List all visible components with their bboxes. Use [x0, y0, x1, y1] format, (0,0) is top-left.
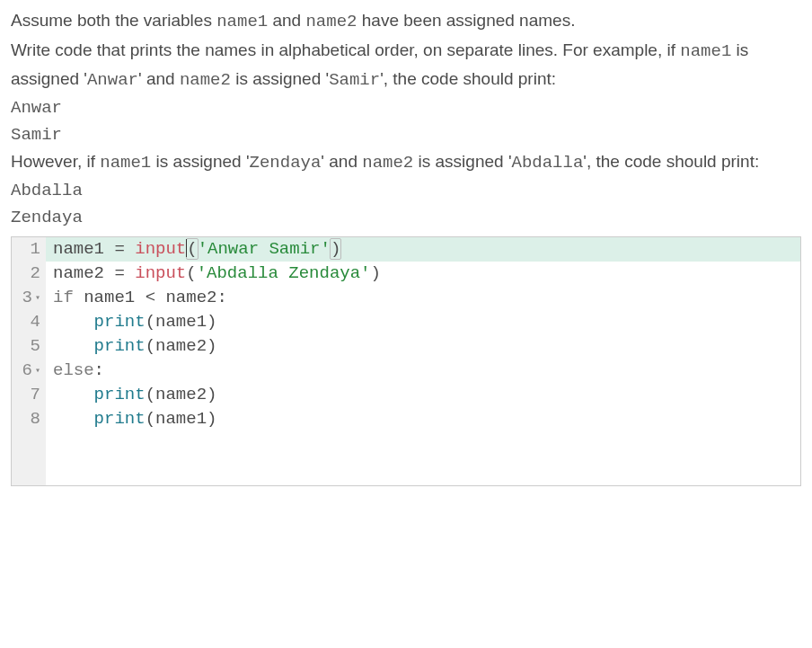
code-samir: Samir	[329, 70, 380, 90]
tok-paren-close: )	[207, 312, 216, 332]
code-line-2[interactable]: name2 = input('Abdalla Zendaya')	[46, 262, 800, 286]
tok-function-print: print	[94, 385, 146, 404]
tok-rest: name1 < name2:	[74, 288, 227, 307]
line-number: 1	[12, 237, 46, 262]
line-number-blank	[12, 456, 46, 480]
example-output-2-line2: Zendaya	[11, 205, 801, 231]
example-output-1-line1: Anwar	[11, 95, 801, 121]
code-line-5[interactable]: print(name2)	[46, 334, 800, 359]
tok-operator: =	[104, 263, 135, 283]
text: is assigned '	[231, 69, 329, 88]
tok-paren-open: (	[186, 263, 196, 283]
tok-keyword-if: if	[53, 288, 74, 307]
editor-gutter: 1 2 3▾ 4 5 6▾ 7 8	[12, 237, 46, 485]
text: and	[268, 11, 305, 30]
tok-function-print: print	[94, 336, 146, 356]
line-number[interactable]: 6▾	[12, 359, 46, 383]
code-editor[interactable]: 1 2 3▾ 4 5 6▾ 7 8 name1 = input('Anwar S…	[11, 236, 801, 486]
code-abdalla: Abdalla	[512, 153, 584, 173]
tok-indent	[53, 312, 94, 332]
tok-function-input: input	[135, 263, 186, 283]
tok-function-input: input	[135, 239, 186, 259]
text: However, if	[11, 152, 100, 171]
code-line-6[interactable]: else:	[46, 359, 800, 383]
tok-arg: name1	[155, 312, 207, 332]
tok-paren-open: (	[146, 312, 155, 332]
example-output-1-line2: Samir	[11, 122, 801, 148]
code-anwar: Anwar	[87, 70, 138, 90]
code-name2: name2	[180, 70, 231, 90]
line-number[interactable]: 3▾	[12, 286, 46, 310]
tok-function-print: print	[94, 409, 146, 429]
tok-function-print: print	[94, 312, 146, 332]
tok-indent	[53, 336, 94, 356]
line-number-text: 7	[31, 383, 40, 407]
tok-paren-close: )	[330, 238, 341, 260]
text: Assume both the variables	[11, 11, 216, 30]
code-line-1[interactable]: name1 = input('Anwar Samir')	[46, 237, 800, 262]
problem-para-2: Write code that prints the names in alph…	[11, 37, 801, 93]
line-number-text: 3	[22, 286, 32, 310]
code-name1: name1	[680, 41, 731, 61]
tok-indent	[53, 409, 94, 429]
tok-paren-close: )	[207, 409, 216, 429]
tok-operator: =	[104, 239, 135, 259]
text-cursor	[186, 239, 187, 257]
tok-arg: name2	[155, 336, 207, 356]
tok-colon: :	[94, 360, 104, 380]
tok-paren-close: )	[371, 263, 381, 283]
text: is assigned '	[151, 152, 249, 171]
code-name2: name2	[305, 12, 357, 31]
code-name2: name2	[362, 153, 413, 173]
text: Write code that prints the names in alph…	[11, 40, 680, 59]
line-number: 7	[12, 383, 46, 407]
line-number: 8	[12, 407, 46, 431]
line-number-text: 6	[22, 359, 32, 383]
tok-paren-open: (	[146, 385, 155, 404]
example-output-2-line1: Abdalla	[11, 178, 801, 204]
line-number-text: 5	[31, 334, 40, 359]
tok-string: 'Anwar Samir'	[198, 239, 331, 259]
fold-arrow-icon[interactable]: ▾	[35, 286, 40, 310]
tok-keyword-else: else	[53, 360, 94, 380]
fold-arrow-icon[interactable]: ▾	[35, 359, 40, 383]
line-number: 5	[12, 334, 46, 359]
line-number-text: 8	[31, 407, 40, 431]
tok-paren-close: )	[207, 336, 216, 356]
line-number-text: 1	[31, 237, 40, 262]
code-name1: name1	[100, 153, 151, 173]
code-name1: name1	[216, 12, 268, 31]
problem-para-3: However, if name1 is assigned 'Zendaya' …	[11, 148, 801, 176]
problem-statement: Assume both the variables name1 and name…	[11, 7, 801, 231]
line-number-text: 4	[31, 310, 40, 334]
code-line-8[interactable]: print(name1)	[46, 407, 800, 431]
line-number: 2	[12, 262, 46, 286]
editor-padding[interactable]	[46, 431, 800, 485]
tok-identifier: name2	[53, 263, 104, 283]
tok-paren-open: (	[146, 409, 155, 429]
tok-string: 'Abdalla Zendaya'	[197, 263, 371, 283]
text: ', the code should print:	[583, 152, 759, 171]
tok-indent	[53, 385, 94, 404]
text: ', the code should print:	[380, 69, 556, 88]
tok-arg: name2	[155, 385, 207, 404]
line-number: 4	[12, 310, 46, 334]
tok-arg: name1	[155, 409, 207, 429]
code-zendaya: Zendaya	[250, 153, 322, 173]
code-line-7[interactable]: print(name2)	[46, 383, 800, 407]
text: have been assigned names.	[357, 11, 575, 30]
tok-paren-open: (	[146, 336, 155, 356]
tok-identifier: name1	[53, 239, 104, 259]
line-number-text: 2	[31, 262, 40, 286]
code-area[interactable]: name1 = input('Anwar Samir') name2 = inp…	[46, 237, 800, 485]
tok-paren-close: )	[207, 385, 216, 404]
text: is assigned '	[413, 152, 511, 171]
text: ' and	[138, 69, 180, 88]
problem-para-1: Assume both the variables name1 and name…	[11, 7, 801, 35]
code-line-4[interactable]: print(name1)	[46, 310, 800, 334]
line-number-blank	[12, 431, 46, 456]
tok-paren-open: (	[186, 238, 198, 260]
code-line-3[interactable]: if name1 < name2:	[46, 286, 800, 310]
text: ' and	[321, 152, 362, 171]
